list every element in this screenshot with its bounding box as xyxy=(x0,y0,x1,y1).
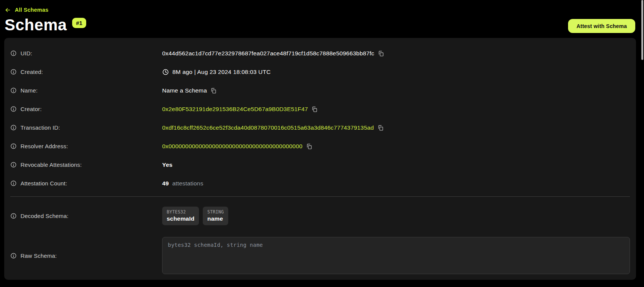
detail-row-decoded-schema: Decoded Schema: BYTES32 schemaId STRING … xyxy=(10,204,630,228)
detail-row-raw-schema: Raw Schema: bytes32 schemaId, string nam… xyxy=(10,237,630,274)
arrow-left-icon xyxy=(5,7,11,13)
info-icon[interactable] xyxy=(10,252,17,259)
info-icon[interactable] xyxy=(10,124,17,131)
vertical-scrollbar-thumb[interactable] xyxy=(641,0,643,60)
info-icon[interactable] xyxy=(10,143,17,149)
schema-field-badge: STRING name xyxy=(203,207,228,225)
detail-row-attestation-count: Attestation Count: 49 attestations xyxy=(10,174,630,193)
created-value: 8M ago | Aug 23 2024 18:08:03 UTC xyxy=(172,69,271,75)
copy-icon[interactable] xyxy=(210,88,216,94)
info-icon[interactable] xyxy=(10,87,17,94)
info-icon[interactable] xyxy=(10,180,17,187)
info-icon[interactable] xyxy=(10,162,17,168)
schema-detail-card: UID: 0x44d562ac1d7cd77e232978687fea027ac… xyxy=(4,38,636,280)
detail-row-creator: Creator: 0x2e80F532191de291536B24Ce5D67a… xyxy=(10,100,630,118)
section-divider xyxy=(10,196,630,197)
name-label: Name: xyxy=(21,87,38,94)
field-type: STRING xyxy=(207,209,224,215)
detail-row-name: Name: Name a Schema xyxy=(10,81,630,100)
uid-value: 0x44d562ac1d7cd77e232978687fea027ace48f7… xyxy=(162,50,374,57)
detail-row-revocable: Revocable Attestations: Yes xyxy=(10,155,630,174)
detail-row-transaction-id: Transaction ID: 0xdf16c8cff2652c6ce52f3c… xyxy=(10,118,630,137)
uid-label: UID: xyxy=(21,50,32,56)
decoded-schema-label: Decoded Schema: xyxy=(21,213,68,219)
clock-icon xyxy=(162,69,169,75)
schema-number-badge: #1 xyxy=(72,18,86,28)
page-header: All Schemas Schema #1 Attest with Schema xyxy=(0,0,644,33)
schema-field-badge: BYTES32 schemaId xyxy=(162,207,199,225)
raw-schema-label: Raw Schema: xyxy=(21,252,57,259)
attestation-count-label: Attestation Count: xyxy=(21,180,67,187)
page-title: Schema xyxy=(5,17,67,33)
attest-with-schema-button[interactable]: Attest with Schema xyxy=(568,19,635,33)
info-icon[interactable] xyxy=(10,213,17,219)
field-type: BYTES32 xyxy=(167,209,194,215)
revocable-value: Yes xyxy=(162,162,172,168)
back-link-label[interactable]: All Schemas xyxy=(15,7,48,13)
attestations-link[interactable]: attestations xyxy=(172,180,204,187)
copy-icon[interactable] xyxy=(311,106,317,112)
attestation-count-value: 49 xyxy=(162,180,169,187)
transaction-id-link[interactable]: 0xdf16c8cff2652c6ce52f3cda40d0878070016c… xyxy=(162,124,374,131)
back-link-all-schemas[interactable]: All Schemas xyxy=(5,6,48,14)
detail-row-uid: UID: 0x44d562ac1d7cd77e232978687fea027ac… xyxy=(10,44,630,63)
revocable-label: Revocable Attestations: xyxy=(21,162,82,168)
creator-label: Creator: xyxy=(21,106,42,112)
detail-row-resolver-address: Resolver Address: 0x00000000000000000000… xyxy=(10,137,630,155)
field-name: schemaId xyxy=(167,215,194,222)
copy-icon[interactable] xyxy=(378,50,384,56)
name-value: Name a Schema xyxy=(162,87,207,94)
transaction-id-label: Transaction ID: xyxy=(21,124,60,131)
resolver-address-label: Resolver Address: xyxy=(21,143,68,149)
info-icon[interactable] xyxy=(10,106,17,112)
info-icon[interactable] xyxy=(10,50,17,56)
copy-icon[interactable] xyxy=(377,125,384,131)
creator-address-link[interactable]: 0x2e80F532191de291536B24Ce5D67a9B0D3E51F… xyxy=(162,106,308,113)
info-icon[interactable] xyxy=(10,69,17,75)
field-name: name xyxy=(207,215,224,222)
raw-schema-code-box: bytes32 schemaId, string name xyxy=(162,237,630,274)
copy-icon[interactable] xyxy=(306,143,312,149)
resolver-address-link[interactable]: 0x00000000000000000000000000000000000000… xyxy=(162,143,303,150)
detail-row-created: Created: 8M ago | Aug 23 2024 18:08:03 U… xyxy=(10,63,630,81)
created-label: Created: xyxy=(21,69,43,75)
